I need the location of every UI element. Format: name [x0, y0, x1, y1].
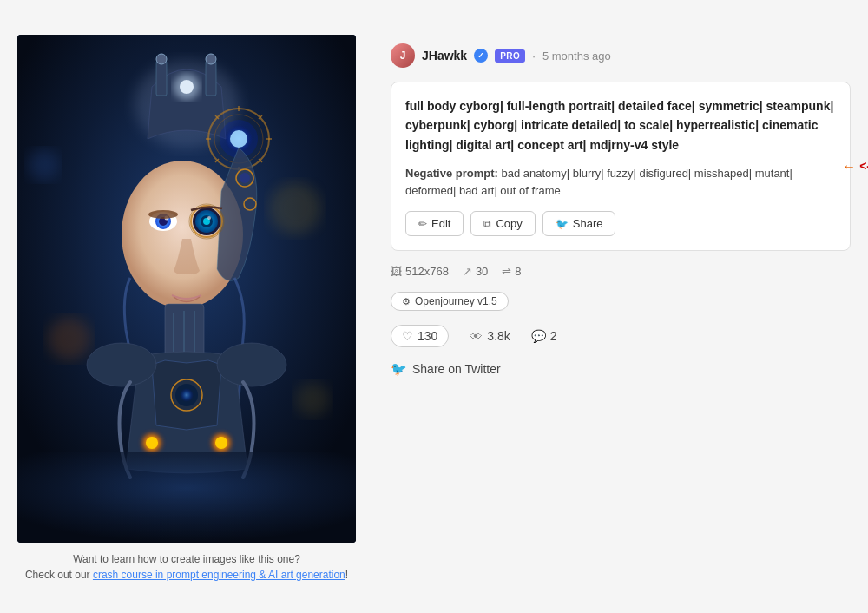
variations-meta: ⇌ 8 — [502, 265, 521, 278]
steps-icon: ↗ — [463, 265, 472, 278]
share-icon: 🐦 — [556, 218, 569, 230]
comment-icon: 💬 — [531, 329, 546, 343]
svg-point-2 — [48, 317, 91, 360]
share-label: Share — [573, 217, 603, 230]
avatar: J — [391, 43, 415, 68]
negative-label: Negative prompt: — [405, 167, 498, 180]
time-ago-value: 5 months ago — [542, 49, 611, 63]
steps-value: 30 — [476, 265, 488, 278]
model-icon: ⚙ — [402, 296, 411, 307]
meta-row: 🖼 512x768 ↗ 30 ⇌ 8 — [391, 265, 851, 278]
svg-point-4 — [28, 149, 59, 181]
resolution-meta: 🖼 512x768 — [391, 265, 449, 278]
like-button[interactable]: ♡ 130 — [391, 325, 449, 347]
annotation-arrow: ← — [842, 159, 856, 175]
prompt-text: full body cyborg| full-length portrait| … — [405, 96, 836, 155]
svg-point-33 — [148, 210, 178, 219]
page-container: Want to learn how to create images like … — [17, 17, 851, 583]
annotation: ← <-프롬프트 — [842, 159, 868, 175]
model-name: Openjourney v1.5 — [415, 295, 497, 307]
resolution-value: 512x768 — [405, 265, 449, 278]
twitter-icon: 🐦 — [391, 361, 407, 377]
username: JHawkk — [422, 49, 467, 63]
time-ago: · — [532, 49, 536, 63]
svg-point-48 — [87, 343, 156, 386]
verified-icon: ✓ — [474, 49, 488, 63]
copy-label: Copy — [496, 217, 522, 230]
pro-badge: PRO — [495, 49, 525, 63]
svg-point-8 — [156, 54, 167, 64]
edit-label: Edit — [431, 217, 450, 230]
copy-icon: ⧉ — [483, 218, 491, 230]
share-button[interactable]: 🐦 Share — [542, 211, 616, 236]
negative-prompt: Negative prompt: bad anatomy| blurry| fu… — [405, 165, 836, 199]
views-count: 3.8k — [487, 329, 510, 343]
annotation-text: <-프롬프트 — [859, 159, 868, 175]
svg-point-38 — [207, 216, 211, 220]
heart-icon: ♡ — [402, 329, 413, 343]
main-image — [17, 35, 356, 543]
svg-point-49 — [217, 343, 286, 386]
right-panel: J JHawkk ✓ PRO · 5 months ago full body … — [391, 35, 851, 377]
twitter-share[interactable]: 🐦 Share on Twitter — [391, 361, 851, 377]
image-icon: 🖼 — [391, 265, 402, 278]
svg-point-47 — [180, 388, 194, 402]
svg-rect-6 — [156, 61, 167, 96]
variations-icon: ⇌ — [502, 265, 511, 278]
svg-point-9 — [206, 54, 216, 64]
likes-count: 130 — [418, 329, 437, 343]
eye-icon: 👁 — [470, 329, 483, 344]
user-row: J JHawkk ✓ PRO · 5 months ago — [391, 43, 851, 68]
svg-point-16 — [230, 130, 247, 148]
svg-point-53 — [215, 437, 227, 449]
views-stat: 👁 3.8k — [470, 329, 510, 344]
svg-rect-7 — [206, 61, 216, 96]
edit-button[interactable]: ✏ Edit — [405, 211, 464, 236]
comments-count: 2 — [550, 329, 557, 343]
caption: Want to learn how to create images like … — [25, 551, 348, 583]
steps-meta: ↗ 30 — [463, 265, 488, 278]
edit-icon: ✏ — [418, 218, 427, 230]
caption-link[interactable]: crash course in prompt engineering & AI … — [93, 569, 345, 581]
variations-value: 8 — [515, 265, 521, 278]
svg-point-1 — [269, 182, 321, 234]
twitter-share-label: Share on Twitter — [412, 362, 501, 376]
left-panel: Want to learn how to create images like … — [17, 35, 356, 583]
prompt-card: full body cyborg| full-length portrait| … — [391, 82, 851, 251]
model-badge: ⚙ Openjourney v1.5 — [391, 292, 509, 311]
svg-point-3 — [295, 382, 330, 417]
action-buttons: ✏ Edit ⧉ Copy 🐦 Share — [405, 211, 836, 236]
svg-point-27 — [240, 173, 250, 183]
svg-rect-54 — [17, 452, 356, 543]
svg-point-51 — [146, 437, 158, 449]
comments-stat: 💬 2 — [531, 329, 557, 343]
stats-row: ♡ 130 👁 3.8k 💬 2 — [391, 325, 851, 347]
svg-point-11 — [180, 80, 194, 94]
copy-button[interactable]: ⧉ Copy — [470, 211, 535, 236]
